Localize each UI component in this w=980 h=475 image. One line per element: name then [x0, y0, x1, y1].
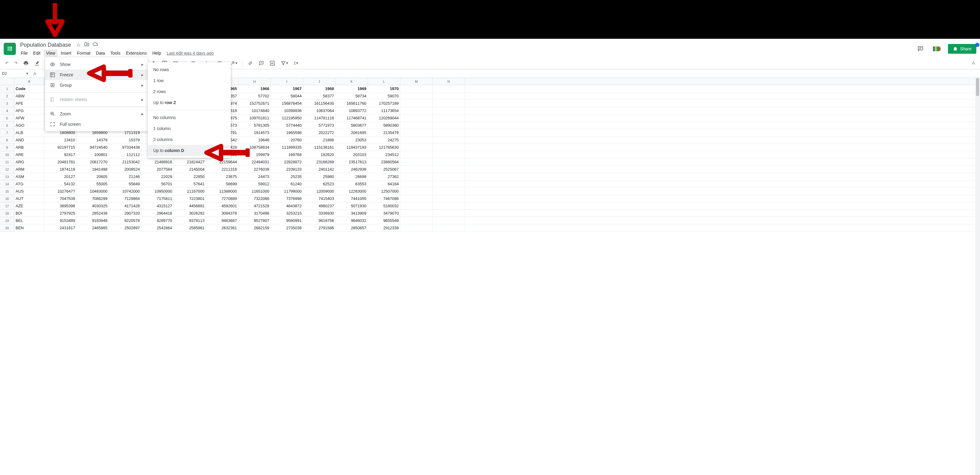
paint-format-icon[interactable]: [32, 59, 41, 67]
cell[interactable]: 10950000: [142, 188, 174, 195]
cell[interactable]: 234512: [368, 151, 400, 158]
cell[interactable]: 23675: [206, 173, 239, 180]
cell[interactable]: AUS: [14, 188, 44, 195]
cell[interactable]: 10174840: [239, 107, 271, 114]
cell[interactable]: 22029: [142, 173, 174, 180]
row-header[interactable]: 1: [0, 85, 14, 92]
menu-format[interactable]: Format: [75, 49, 93, 57]
cell[interactable]: 4721528: [239, 202, 271, 210]
cell[interactable]: 161156430: [303, 100, 336, 107]
cell[interactable]: [400, 151, 433, 158]
cell[interactable]: 1965598: [271, 129, 303, 136]
cell[interactable]: [433, 92, 465, 100]
cell[interactable]: 9646032: [336, 217, 368, 224]
cell[interactable]: 5771973: [303, 122, 336, 129]
freeze-up-to-column[interactable]: Up to column D: [148, 145, 231, 156]
cell[interactable]: AUT: [14, 195, 44, 202]
cell[interactable]: 21153042: [109, 159, 142, 165]
cell[interactable]: 112195950: [271, 114, 303, 121]
cell[interactable]: ALB: [14, 129, 44, 136]
comments-icon[interactable]: [915, 43, 926, 54]
cell[interactable]: [400, 180, 433, 187]
cell[interactable]: 2791586: [303, 224, 336, 231]
cell[interactable]: 55005: [76, 180, 109, 187]
cell[interactable]: 1966: [239, 85, 271, 92]
row-header[interactable]: 6: [0, 122, 14, 129]
cell[interactable]: 2211316: [206, 166, 239, 173]
cell[interactable]: [433, 151, 465, 158]
cell[interactable]: 92417: [44, 151, 76, 158]
cell[interactable]: ARB: [14, 144, 44, 151]
comment-icon[interactable]: [257, 59, 266, 67]
vertical-scrollbar[interactable]: [975, 77, 980, 232]
cell[interactable]: 152752671: [239, 100, 271, 107]
collapse-toolbar-icon[interactable]: ᐱ: [970, 59, 977, 67]
cell[interactable]: 2542864: [142, 224, 174, 231]
cell[interactable]: 109701811: [239, 114, 271, 121]
cell[interactable]: 94724540: [76, 144, 109, 151]
view-freeze[interactable]: Freeze ▸: [45, 70, 148, 80]
cell[interactable]: 9220578: [109, 217, 142, 224]
row-header[interactable]: 9: [0, 144, 14, 151]
cell[interactable]: 97334438: [109, 144, 142, 151]
undo-icon[interactable]: ↶: [3, 59, 10, 67]
freeze-up-to-row[interactable]: Up to row 2: [148, 97, 231, 108]
cell[interactable]: [400, 100, 433, 107]
cell[interactable]: [433, 224, 465, 231]
cell[interactable]: [433, 85, 465, 92]
cell[interactable]: 2276038: [239, 166, 271, 173]
cell[interactable]: 120269044: [368, 114, 400, 121]
row-header[interactable]: 17: [0, 202, 14, 210]
cell[interactable]: 203103: [336, 151, 368, 158]
cell[interactable]: 1968: [303, 85, 336, 92]
cell[interactable]: 4030325: [76, 202, 109, 210]
row-header[interactable]: 7: [0, 129, 14, 137]
cell[interactable]: 20605: [76, 173, 109, 180]
row-header[interactable]: 16: [0, 195, 14, 202]
cell[interactable]: AND: [14, 137, 44, 143]
cell[interactable]: 25235: [271, 173, 303, 180]
cell[interactable]: 20760: [271, 137, 303, 143]
cell[interactable]: 22159644: [206, 159, 239, 165]
cell[interactable]: 4456691: [174, 202, 206, 210]
cell[interactable]: 20481781: [44, 159, 76, 165]
cell[interactable]: 63553: [336, 180, 368, 187]
cell[interactable]: 58044: [271, 92, 303, 100]
freeze-no-columns[interactable]: No columns: [148, 112, 231, 123]
cell[interactable]: 1967: [271, 85, 303, 92]
cell[interactable]: 62523: [303, 180, 336, 187]
menu-edit[interactable]: Edit: [31, 49, 43, 57]
cell[interactable]: 7376998: [271, 195, 303, 202]
cell[interactable]: 3479070: [368, 210, 400, 217]
freeze-no-rows[interactable]: No rows: [148, 64, 231, 75]
cell[interactable]: 2682159: [239, 224, 271, 231]
account-avatar-clip[interactable]: [975, 43, 979, 47]
cell[interactable]: 58734: [336, 92, 368, 100]
cell[interactable]: [400, 166, 433, 173]
cell[interactable]: [400, 195, 433, 202]
cell[interactable]: 3336930: [303, 210, 336, 217]
cell[interactable]: 57702: [239, 92, 271, 100]
cell[interactable]: 1874119: [44, 166, 76, 173]
cell[interactable]: 58377: [303, 92, 336, 100]
cell[interactable]: [400, 137, 433, 143]
functions-icon[interactable]: Σ▾: [292, 59, 300, 67]
cell[interactable]: 12263000: [336, 188, 368, 195]
cell[interactable]: [433, 129, 465, 136]
cell[interactable]: [433, 159, 465, 165]
cell[interactable]: 10483000: [76, 188, 109, 195]
cell[interactable]: 2585961: [174, 224, 206, 231]
cell[interactable]: 4960237: [303, 202, 336, 210]
menu-file[interactable]: File: [18, 49, 30, 57]
cell[interactable]: 21886: [303, 137, 336, 143]
cell[interactable]: 2022272: [303, 129, 336, 136]
cell[interactable]: 2912338: [368, 224, 400, 231]
cell[interactable]: [433, 195, 465, 202]
cell[interactable]: [433, 173, 465, 180]
cell[interactable]: 2081695: [336, 129, 368, 136]
row-header[interactable]: 4: [0, 107, 14, 114]
cloud-status-icon[interactable]: [92, 41, 98, 49]
cell[interactable]: 59912: [239, 180, 271, 187]
cell[interactable]: 22494031: [239, 159, 271, 165]
cell[interactable]: 182620: [303, 151, 336, 158]
